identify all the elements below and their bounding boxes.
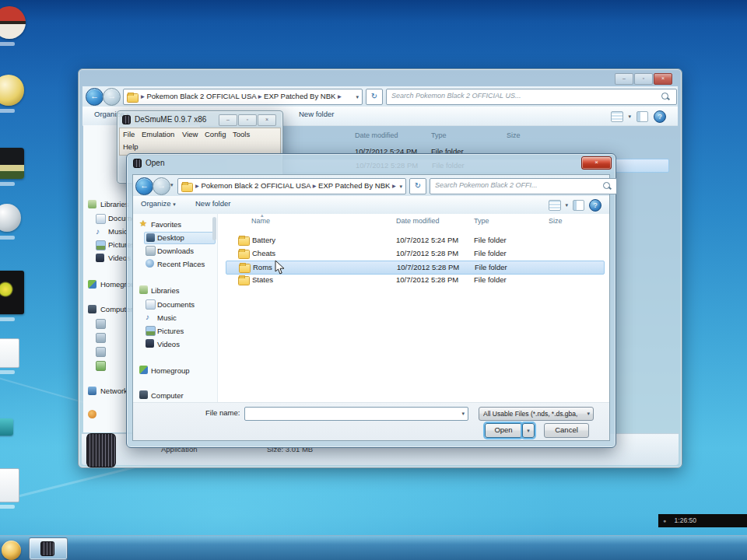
column-header-type[interactable]: Type (431, 131, 447, 139)
preview-pane-button[interactable] (637, 111, 648, 122)
music-icon: ♪ (146, 313, 154, 321)
chevron-down-icon: ▾ (173, 201, 176, 207)
help-button[interactable]: ? (654, 110, 666, 123)
breadcrumb-segment[interactable]: Pokemon Black 2 OFFICIAL USA (146, 92, 256, 100)
nav-item[interactable]: Network (100, 387, 128, 396)
address-dropdown-icon[interactable]: ▾ (356, 94, 359, 100)
views-button[interactable] (611, 111, 623, 122)
images-item-icon[interactable] (88, 410, 96, 418)
chevron-down-icon[interactable]: ▾ (461, 411, 465, 417)
dialog-file-list: ▴ Name Date modified Type Size Battery 1… (218, 214, 609, 403)
column-header-date[interactable]: Date modified (355, 131, 398, 139)
drive-icon[interactable] (96, 333, 106, 343)
menu-tools[interactable]: Tools (233, 130, 250, 138)
sidebar-item-homegroup[interactable]: Homegroup (151, 366, 190, 376)
column-header-name[interactable]: Name (251, 217, 270, 225)
dialog-search-box[interactable]: Search Pokemon Black 2 OFFI... (430, 178, 617, 194)
forward-button[interactable]: ← (153, 177, 170, 195)
sidebar-item-pictures[interactable]: Pictures (157, 327, 184, 336)
orb-icon (0, 204, 21, 232)
file-row-states[interactable]: States 10/7/2012 5:28 PM File folder (226, 274, 605, 286)
refresh-button[interactable]: ↻ (366, 89, 383, 105)
maximize-button[interactable]: ▫ (634, 73, 653, 85)
menu-config[interactable]: Config (205, 130, 226, 138)
column-header-date[interactable]: Date modified (396, 217, 440, 225)
back-button[interactable]: ← (135, 177, 153, 195)
windows-desktop: – ▫ × ← ← ▸ Pokemon Black 2 OFFICIAL USA… (0, 0, 747, 560)
menu-emulation[interactable]: Emulation (142, 130, 174, 138)
breadcrumb-segment[interactable]: EXP Patched By NBK (264, 92, 335, 100)
breadcrumb-segment[interactable]: Pokemon Black 2 OFFICIAL USA (201, 181, 310, 190)
chevron-down-icon: ▾ (565, 202, 568, 208)
pictures-icon (96, 240, 106, 250)
help-button[interactable]: ? (589, 199, 601, 212)
file-date: 10/7/2012 5:28 PM (396, 275, 458, 285)
refresh-icon: ↻ (415, 181, 421, 190)
refresh-button[interactable]: ↻ (409, 178, 426, 194)
desktop-icon (146, 233, 155, 242)
open-split-arrow[interactable]: ▾ (522, 423, 535, 438)
file-date: 10/7/2012 5:24 PM (396, 236, 458, 245)
search-placeholder: Search Pokemon Black 2 OFFICIAL US... (391, 92, 521, 100)
file-date: 10/7/2012 5:28 PM (397, 263, 459, 272)
open-dialog: Open × ← ← ▾ ▸ Pokemon Black 2 OFFICIAL … (126, 153, 616, 448)
breadcrumb[interactable]: ▸ Pokemon Black 2 OFFICIAL USA ▸ EXP Pat… (123, 89, 363, 105)
breadcrumb-segment[interactable]: EXP Patched By NBK (318, 181, 390, 190)
file-row-cheats[interactable]: Cheats 10/7/2012 5:28 PM File folder (226, 247, 605, 260)
taskbar-app-desmume[interactable] (29, 537, 68, 560)
sidebar-item-videos[interactable]: Videos (157, 340, 180, 349)
nav-item[interactable]: Music (108, 227, 128, 236)
nav-scrollbar[interactable] (212, 217, 216, 240)
column-header-size[interactable]: Size (549, 217, 563, 225)
search-icon[interactable] (661, 93, 668, 100)
breadcrumb[interactable]: ▸ Pokemon Black 2 OFFICIAL USA ▸ EXP Pat… (177, 178, 406, 194)
drive-icon[interactable] (96, 319, 106, 329)
views-button[interactable] (549, 200, 561, 211)
minimize-button[interactable]: – (219, 114, 237, 126)
new-folder-button[interactable]: New folder (195, 199, 230, 208)
file-type-filter-dropdown[interactable]: All Usable Files (*.nds, *.ds.gba, ▾ (479, 407, 594, 421)
organize-menu[interactable]: Organize ▾ (141, 199, 176, 208)
sidebar-item-favorites[interactable]: Favorites (151, 220, 181, 229)
dialog-title: Open (146, 159, 164, 167)
menu-view[interactable]: View (182, 130, 198, 138)
address-dropdown-icon[interactable]: ▾ (399, 184, 402, 190)
history-dropdown-icon[interactable]: ▾ (170, 182, 174, 188)
forward-button[interactable]: ← (103, 88, 121, 106)
preview-pane-button[interactable] (573, 200, 584, 211)
sidebar-item-documents[interactable]: Documents (157, 300, 195, 310)
sidebar-item-computer[interactable]: Computer (151, 391, 184, 401)
nav-item[interactable]: Libraries (100, 200, 128, 209)
folder-icon (181, 183, 193, 192)
cancel-button[interactable]: Cancel (544, 423, 589, 438)
sidebar-item-libraries[interactable]: Libraries (151, 286, 179, 296)
back-button[interactable]: ← (86, 88, 103, 106)
close-button[interactable]: × (581, 156, 612, 170)
sidebar-item-desktop[interactable]: Desktop (144, 232, 216, 244)
sidebar-item-music[interactable]: Music (157, 313, 177, 323)
desktop-icon-label (0, 505, 15, 509)
close-button[interactable]: × (654, 73, 672, 85)
sidebar-item-downloads[interactable]: Downloads (157, 247, 194, 256)
menu-help[interactable]: Help (123, 142, 139, 151)
close-button[interactable]: × (258, 114, 276, 126)
drive-icon[interactable] (96, 347, 106, 357)
column-header-size[interactable]: Size (507, 131, 521, 139)
column-header-type[interactable]: Type (474, 217, 489, 225)
pictures-icon (146, 326, 156, 336)
maximize-button[interactable]: ▫ (238, 114, 257, 126)
folder-icon (238, 276, 250, 285)
file-name-input[interactable]: ▾ (244, 407, 468, 421)
minimize-button[interactable]: – (615, 73, 633, 85)
start-button[interactable] (2, 541, 21, 560)
file-row-battery[interactable]: Battery 10/7/2012 5:24 PM File folder (226, 234, 605, 247)
new-folder-button[interactable]: New folder (299, 110, 334, 118)
drive-icon[interactable] (96, 361, 106, 371)
menu-file[interactable]: File (123, 130, 135, 138)
search-icon[interactable] (603, 182, 610, 189)
documents-icon (96, 214, 106, 224)
open-button[interactable]: Open (485, 423, 522, 438)
explorer-search-box[interactable]: Search Pokemon Black 2 OFFICIAL US... (386, 89, 677, 105)
sidebar-item-recent-places[interactable]: Recent Places (157, 260, 205, 269)
sidebar-item-label: Desktop (157, 233, 184, 243)
